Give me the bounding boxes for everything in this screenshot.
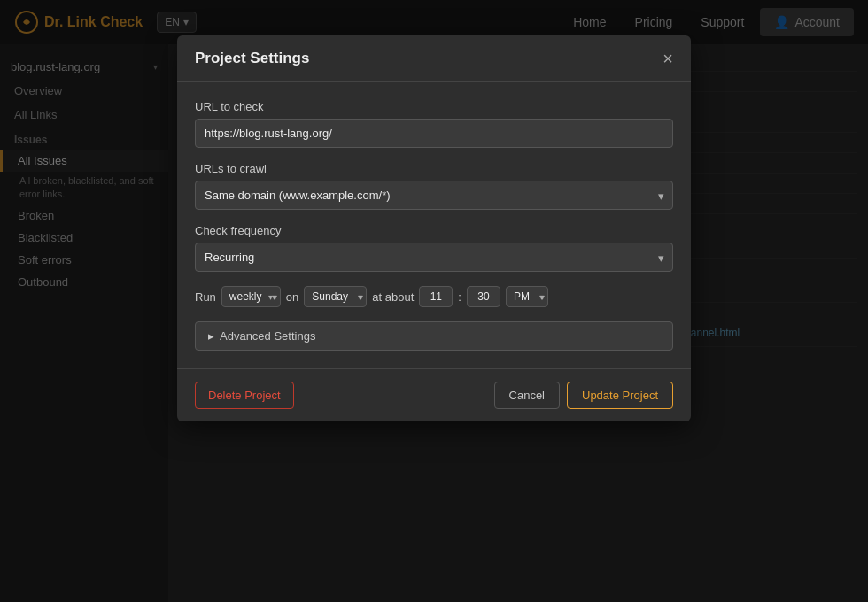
modal-action-buttons: Cancel Update Project — [494, 382, 673, 409]
weekly-select-wrap: weekly ▾ — [221, 286, 281, 307]
check-frequency-select-wrapper: Recurring — [195, 243, 673, 272]
modal-close-button[interactable]: × — [663, 50, 673, 67]
time-hour-input[interactable] — [419, 286, 453, 307]
advanced-settings-toggle[interactable]: ▸ Advanced Settings — [195, 321, 673, 351]
modal-overlay[interactable]: Project Settings × URL to check URLs to … — [0, 0, 868, 602]
modal-body: URL to check URLs to crawl Same domain (… — [177, 82, 691, 368]
time-separator: : — [458, 290, 461, 304]
urls-crawl-select-wrapper: Same domain (www.example.com/*) — [195, 181, 673, 210]
check-frequency-group: Check frequency Recurring — [195, 224, 673, 272]
check-frequency-label: Check frequency — [195, 224, 673, 237]
check-frequency-select[interactable]: Recurring — [195, 243, 673, 272]
cancel-button[interactable]: Cancel — [494, 382, 560, 409]
time-minute-input[interactable] — [467, 286, 500, 307]
delete-project-button[interactable]: Delete Project — [195, 382, 294, 409]
run-schedule-row: Run weekly ▾ on Sunday ▾ at about : — [195, 286, 673, 307]
at-about-label: at about — [372, 290, 414, 304]
ampm-select[interactable]: PM AM — [506, 286, 548, 307]
update-project-button[interactable]: Update Project — [567, 382, 673, 409]
modal-header: Project Settings × — [177, 35, 691, 82]
sunday-select-wrap: Sunday ▾ — [304, 286, 367, 307]
on-label: on — [286, 290, 298, 304]
chevron-right-icon: ▸ — [208, 329, 214, 343]
weekly-select[interactable]: weekly — [221, 286, 281, 307]
project-settings-modal: Project Settings × URL to check URLs to … — [177, 35, 691, 421]
run-label: Run — [195, 290, 216, 304]
url-check-input[interactable] — [195, 119, 673, 148]
modal-title: Project Settings — [195, 50, 309, 67]
modal-footer: Delete Project Cancel Update Project — [177, 368, 691, 421]
ampm-select-wrap: PM AM ▾ — [506, 286, 548, 307]
url-check-label: URL to check — [195, 100, 673, 113]
urls-crawl-group: URLs to crawl Same domain (www.example.c… — [195, 162, 673, 210]
urls-crawl-select[interactable]: Same domain (www.example.com/*) — [195, 181, 673, 210]
sunday-select[interactable]: Sunday — [304, 286, 367, 307]
urls-crawl-label: URLs to crawl — [195, 162, 673, 175]
url-check-group: URL to check — [195, 100, 673, 148]
